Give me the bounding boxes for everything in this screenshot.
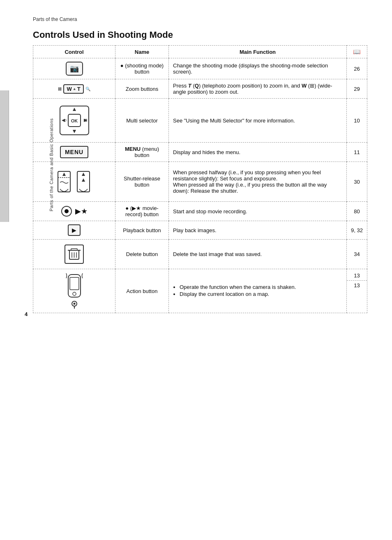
svg-text:⏱: ⏱ bbox=[64, 119, 67, 122]
delete-button-icon bbox=[37, 243, 111, 265]
ref-shooting-mode: 26 bbox=[347, 58, 367, 79]
function-action: Operate the function when the camera is … bbox=[169, 269, 347, 313]
movie-icon: ▶★ bbox=[37, 206, 111, 217]
svg-marker-13 bbox=[82, 173, 85, 176]
table-row: ▶★ ● (▶★ movie-record) button Start and … bbox=[33, 202, 367, 221]
col-header-control: Control bbox=[33, 46, 115, 58]
table-row: Action button Operate the function when … bbox=[33, 269, 367, 313]
function-shooting-mode: Change the shooting mode (displays the s… bbox=[169, 58, 347, 79]
table-row: ▶ Playback button Play back images. 9, 3… bbox=[33, 221, 367, 240]
name-menu: MENU (menu) button bbox=[115, 143, 169, 162]
ref-delete: 34 bbox=[347, 240, 367, 269]
control-icon-action bbox=[33, 269, 115, 313]
svg-marker-11 bbox=[62, 173, 66, 176]
ref-multi-selector: 10 bbox=[347, 99, 367, 143]
name-action: Action button bbox=[115, 269, 169, 313]
control-icon-menu: MENU bbox=[33, 143, 115, 162]
ref-zoom: 29 bbox=[347, 79, 367, 99]
page-number: 4 bbox=[25, 311, 28, 317]
function-movie: Start and stop movie recording. bbox=[169, 202, 347, 221]
function-menu: Display and hides the menu. bbox=[169, 143, 347, 162]
svg-marker-14 bbox=[82, 178, 85, 182]
function-zoom: Press T (Q) (telephoto zoom position) to… bbox=[169, 79, 347, 99]
page-container: Parts of the Camera and Basic Operations… bbox=[0, 0, 392, 330]
name-movie: ● (▶★ movie-record) button bbox=[115, 202, 169, 221]
record-dot bbox=[65, 209, 69, 213]
zoom-right-icon: 🔍 bbox=[85, 87, 90, 91]
record-circle bbox=[61, 206, 72, 217]
ref-menu: 11 bbox=[347, 143, 367, 162]
menu-button-icon: MENU bbox=[60, 146, 88, 158]
action-button-icon bbox=[37, 272, 111, 309]
function-playback: Play back images. bbox=[169, 221, 347, 240]
control-icon-zoom: ⊠ W ▲ T 🔍 bbox=[33, 79, 115, 99]
svg-rect-23 bbox=[70, 277, 79, 290]
book-icon: 📖 bbox=[353, 48, 361, 55]
svg-point-26 bbox=[73, 303, 75, 305]
name-delete: Delete button bbox=[115, 240, 169, 269]
function-delete: Delete the last image that was saved. bbox=[169, 240, 347, 269]
table-row: Delete button Delete the last image that… bbox=[33, 240, 367, 269]
svg-marker-4 bbox=[73, 130, 76, 133]
ref-playback: 9, 32 bbox=[347, 221, 367, 240]
movie-play-icon: ▶★ bbox=[75, 207, 88, 216]
function-shutter: When pressed halfway (i.e., if you stop … bbox=[169, 162, 347, 202]
table-row: 📷 ● (shooting mode) button Change the sh… bbox=[33, 58, 367, 79]
playback-button-icon: ▶ bbox=[68, 224, 81, 236]
table-row: MENU MENU (menu) button Display and hide… bbox=[33, 143, 367, 162]
control-icon-movie: ▶★ bbox=[33, 202, 115, 221]
table-row: Shutter-release button When pressed half… bbox=[33, 162, 367, 202]
page-title: Controls Used in Shooting Mode bbox=[33, 30, 367, 40]
ref-action-1: 13 bbox=[347, 269, 367, 281]
function-multi-selector: See "Using the Multi Selector" for more … bbox=[169, 99, 347, 143]
col-header-function: Main Function bbox=[169, 46, 347, 58]
name-shooting-mode: ● (shooting mode) button bbox=[115, 58, 169, 79]
col-header-name: Name bbox=[115, 46, 169, 58]
control-icon-multi-selector: OK ⏱ 🖼 bbox=[33, 99, 115, 143]
control-icon-shooting-mode: 📷 bbox=[33, 58, 115, 79]
svg-text:OK: OK bbox=[71, 118, 78, 123]
controls-table: Control Name Main Function 📖 📷 ● (shoo bbox=[33, 45, 367, 313]
table-row: ⊠ W ▲ T 🔍 Zoom buttons Press T (Q) (tele… bbox=[33, 79, 367, 99]
svg-rect-18 bbox=[71, 249, 77, 250]
name-shutter: Shutter-release button bbox=[115, 162, 169, 202]
shooting-mode-label: ● (shooting mode) button bbox=[120, 62, 164, 75]
ref-action: 13 13 bbox=[347, 269, 367, 313]
zoom-wt-box: W ▲ T bbox=[63, 84, 83, 94]
name-playback: Playback button bbox=[115, 221, 169, 240]
multi-selector-svg: OK ⏱ 🖼 bbox=[56, 102, 93, 139]
breadcrumb: Parts of the Camera bbox=[33, 16, 367, 22]
ref-action-2: 13 bbox=[347, 281, 367, 292]
control-icon-shutter bbox=[33, 162, 115, 202]
name-zoom: Zoom buttons bbox=[115, 79, 169, 99]
svg-text:🖼: 🖼 bbox=[84, 119, 87, 122]
svg-marker-3 bbox=[73, 108, 76, 111]
ref-shutter: 30 bbox=[347, 162, 367, 202]
delete-svg bbox=[63, 243, 85, 265]
name-multi-selector: Multi selector bbox=[115, 99, 169, 143]
shutter-icon bbox=[37, 165, 111, 198]
action-svg bbox=[64, 272, 85, 309]
zoom-left-icon: ⊠ bbox=[58, 86, 62, 92]
col-header-ref: 📖 bbox=[347, 46, 367, 58]
side-label: Parts of the Camera and Basic Operations bbox=[49, 118, 54, 212]
svg-point-24 bbox=[73, 292, 76, 295]
control-icon-delete bbox=[33, 240, 115, 269]
table-row: OK ⏱ 🖼 bbox=[33, 99, 367, 143]
control-icon-playback: ▶ bbox=[33, 221, 115, 240]
ref-movie: 80 bbox=[347, 202, 367, 221]
shutter-svg bbox=[56, 165, 93, 198]
side-tab-decoration bbox=[0, 90, 9, 222]
camera-icon: 📷 bbox=[70, 64, 79, 73]
